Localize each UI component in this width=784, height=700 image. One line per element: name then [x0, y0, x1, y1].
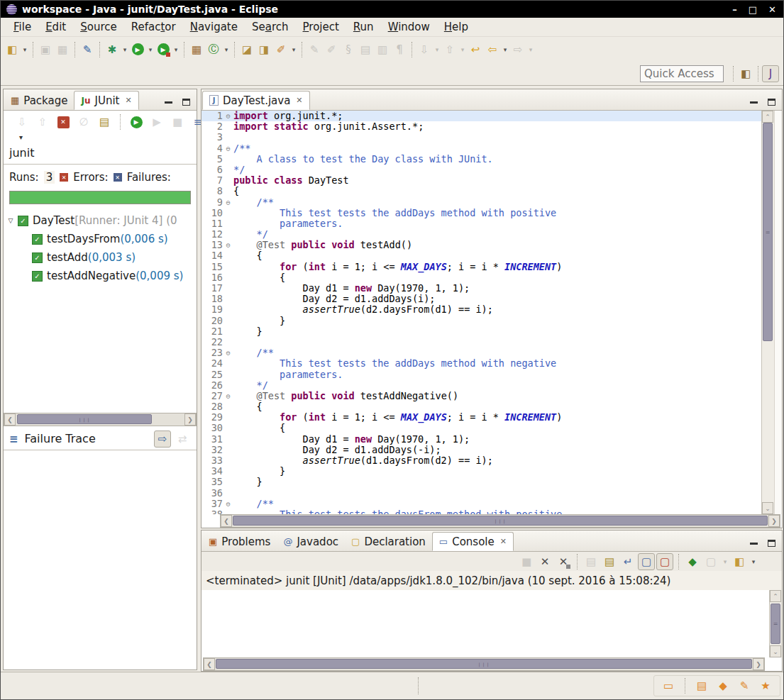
menu-project[interactable]: Project — [296, 19, 346, 35]
failures-only-icon[interactable]: ✕ — [55, 113, 72, 130]
junit-horizontal-scrollbar[interactable]: ❮ ❯ — [4, 413, 197, 426]
back-icon[interactable]: ⇦ — [484, 41, 501, 58]
external-tools-menu-icon[interactable]: ▾ — [172, 41, 180, 58]
code-line[interactable]: 31 Day d1 = new Day(1970, 1, 1); — [201, 434, 761, 445]
tab-declaration[interactable]: ▢Declaration — [345, 532, 432, 551]
search-menu-icon[interactable]: ▾ — [289, 41, 298, 58]
open-type-icon[interactable]: ◪ — [238, 41, 255, 58]
code-line[interactable]: 12 */ — [201, 229, 761, 240]
test-tree-row[interactable]: ▽✓DayTest [Runner: JUnit 4] (0 — [4, 211, 197, 230]
remove-all-launches-icon[interactable]: ✕ — [555, 553, 572, 570]
new-java-project-icon[interactable]: ▦ — [188, 41, 205, 58]
menu-window[interactable]: Window — [381, 19, 437, 35]
code-line[interactable]: 21 } — [201, 326, 761, 337]
code-line[interactable]: 24 This test tests the addDays method wi… — [201, 358, 761, 369]
code-line[interactable]: 27⊖ @Test public void testAddNegative() — [201, 391, 761, 401]
editor-vertical-scrollbar[interactable]: ⌃ ⌄ — [761, 111, 774, 514]
new-class-menu-icon[interactable]: ▾ — [222, 41, 231, 58]
failure-trace-body[interactable] — [4, 450, 197, 670]
menu-navigate[interactable]: Navigate — [183, 19, 245, 35]
remove-launch-icon[interactable]: ✕ — [536, 553, 553, 570]
code-line[interactable]: 25 parameters. — [201, 370, 761, 380]
show-stderr-when-changed-icon[interactable]: ▢ — [656, 553, 673, 570]
code-line[interactable]: 2import static org.junit.Assert.*; — [201, 121, 761, 132]
console-output[interactable]: ⌃ ⌄ — [201, 590, 782, 657]
tab-package[interactable]: ▦Package — [4, 91, 74, 110]
scroll-thumb[interactable] — [216, 659, 752, 669]
code-line[interactable]: 38 This test tests the daysFrom method w… — [201, 509, 761, 514]
menu-help[interactable]: Help — [437, 19, 475, 35]
open-console-icon[interactable]: ◧ — [731, 553, 748, 570]
debug-icon[interactable]: ✱ — [104, 41, 121, 58]
pin-console-icon[interactable]: ◆ — [684, 553, 701, 570]
scroll-down-icon[interactable]: ⌄ — [770, 645, 781, 657]
code-line[interactable]: 19 assertTrue(d2.daysFrom(d1) == i); — [201, 304, 761, 315]
code-line[interactable]: 1⊖import org.junit.*; — [201, 111, 761, 121]
minimize-view-icon[interactable] — [750, 101, 758, 104]
open-resource-icon[interactable]: ◨ — [255, 41, 272, 58]
quick-access-input[interactable] — [640, 65, 724, 82]
code-line[interactable]: 28 { — [201, 401, 761, 412]
new-menu-icon[interactable]: ▾ — [21, 41, 29, 58]
test-tree-row[interactable]: ✓testAddNegative (0,009 s) — [4, 267, 197, 285]
samples-icon[interactable]: ✎ — [736, 677, 753, 694]
tab-javadoc[interactable]: @Javadoc — [277, 532, 345, 551]
scroll-right-icon[interactable]: ❯ — [184, 413, 196, 426]
code-line[interactable]: 5 A class to test the Day class with JUn… — [201, 154, 761, 165]
minimize-button[interactable]: – — [732, 4, 737, 15]
maximize-view-icon[interactable] — [768, 99, 775, 106]
console-horizontal-scrollbar[interactable]: ❮ ❯ — [203, 657, 765, 671]
run-icon[interactable]: ▶ — [129, 41, 146, 58]
whats-new-icon[interactable]: ★ — [757, 677, 774, 694]
back-menu-icon[interactable]: ▾ — [501, 41, 509, 58]
close-button[interactable]: ✕ — [768, 4, 776, 15]
scroll-lock-icon[interactable]: ▤ — [96, 113, 113, 130]
code-line[interactable]: 6*/ — [201, 165, 761, 175]
code-line[interactable]: 30 { — [201, 423, 761, 433]
scroll-thumb[interactable] — [233, 516, 768, 526]
rerun-tests-icon[interactable]: ▶ — [128, 113, 145, 130]
scroll-up-icon[interactable]: ⌃ — [762, 111, 773, 123]
menu-refactor[interactable]: Refactor — [124, 19, 183, 35]
run-menu-icon[interactable]: ▾ — [146, 41, 155, 58]
code-line[interactable]: 22 — [201, 337, 761, 348]
failure-trace-menu-icon[interactable]: ≡ — [9, 433, 18, 445]
code-line[interactable]: 20 } — [201, 316, 761, 326]
console-vertical-scrollbar[interactable]: ⌃ ⌄ — [769, 590, 782, 657]
fold-marker-icon[interactable]: ⊖ — [223, 111, 233, 121]
test-tree-row[interactable]: ✓testAdd (0,003 s) — [4, 248, 197, 267]
code-line[interactable]: 14 { — [201, 250, 761, 261]
code-line[interactable]: 23⊖ /** — [201, 348, 761, 358]
scroll-left-icon[interactable]: ❮ — [4, 413, 16, 426]
minimize-view-icon[interactable] — [165, 101, 172, 104]
java-perspective-icon[interactable]: J — [762, 65, 779, 82]
menu-source[interactable]: Source — [73, 19, 124, 35]
last-edit-location-icon[interactable]: ↩ — [467, 41, 484, 58]
scroll-right-icon[interactable]: ❯ — [768, 515, 780, 527]
search-icon[interactable]: ✐ — [272, 41, 289, 58]
code-line[interactable]: 4⊖/** — [201, 143, 761, 154]
code-line[interactable]: 29 for (int i = 1; i <= MAX_DAYS; i = i … — [201, 412, 761, 423]
scroll-left-icon[interactable]: ❮ — [221, 515, 232, 527]
code-line[interactable]: 7public class DayTest — [201, 175, 761, 186]
code-line[interactable]: 33 assertTrue(d1.daysFrom(d2) == i); — [201, 455, 761, 466]
skip-all-breakpoints-icon[interactable]: ✎ — [79, 41, 96, 58]
scroll-thumb[interactable] — [771, 604, 780, 644]
close-tab-icon[interactable]: ✕ — [296, 96, 302, 105]
external-tools-icon[interactable]: ▶ — [155, 41, 172, 58]
fold-marker-icon[interactable]: ⊖ — [223, 499, 233, 509]
code-editor[interactable]: 1⊖import org.junit.*;2import static org.… — [201, 111, 782, 514]
show-stdout-when-changed-icon[interactable]: ▢ — [638, 553, 655, 570]
restore-welcome-icon[interactable]: ▭ — [660, 677, 677, 694]
tutorials-icon[interactable]: ◆ — [714, 677, 731, 694]
code-line[interactable]: 8{ — [201, 186, 761, 196]
fold-marker-icon[interactable]: ⊖ — [223, 240, 233, 250]
fold-marker-icon[interactable]: ⊖ — [223, 197, 233, 208]
code-line[interactable]: 37⊖ /** — [201, 499, 761, 509]
maximize-view-icon[interactable] — [182, 99, 190, 106]
close-tab-icon[interactable]: ✕ — [500, 537, 507, 546]
tab-console[interactable]: ▭Console✕ — [432, 532, 514, 551]
code-line[interactable]: 13⊖ @Test public void testAdd() — [201, 240, 761, 250]
debug-menu-icon[interactable]: ▾ — [121, 41, 129, 58]
editor-horizontal-scrollbar[interactable]: ❮ ❯ — [220, 514, 780, 528]
